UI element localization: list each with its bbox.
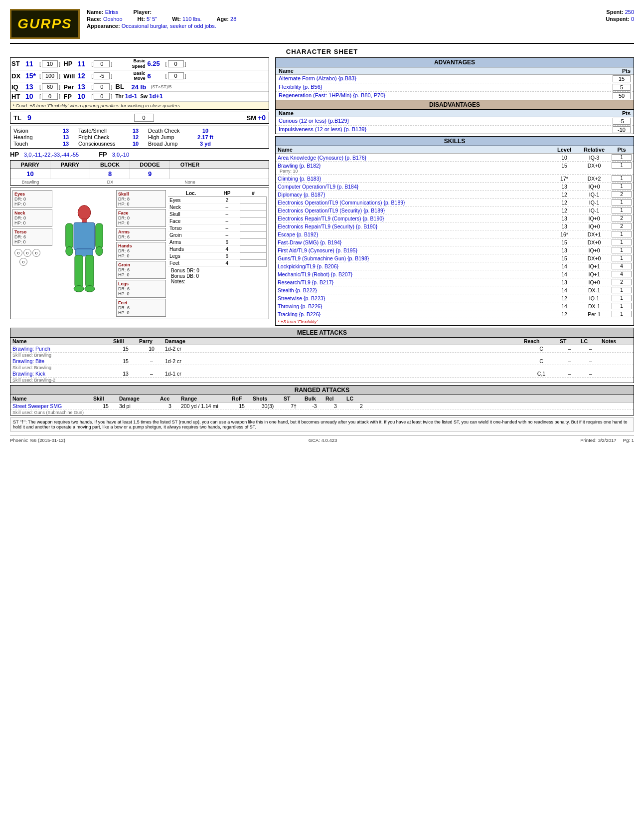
- name-field: Name: Elriss: [87, 9, 119, 15]
- skill-relative: DX+0: [577, 239, 612, 245]
- sm-value: +0: [258, 114, 266, 122]
- skill-row: Computer Operation/TL9 {p. B184}13IQ+01: [276, 183, 634, 191]
- fp-value: 10: [77, 92, 91, 100]
- touch-value: 13: [53, 141, 78, 147]
- iq-box[interactable]: 60: [42, 83, 58, 90]
- parry-sub: Brawling: [10, 179, 50, 185]
- tl-value: 9: [27, 114, 31, 122]
- race-label: Race:: [87, 16, 102, 22]
- hit-loc-row: Torso–: [168, 225, 267, 232]
- skill-row: Brawling {p. B182}15DX+01Parry: 10: [276, 162, 634, 175]
- hit-loc-name: Legs: [168, 253, 214, 260]
- basic-move-box[interactable]: 0: [168, 72, 184, 79]
- hit-loc-num: [240, 260, 267, 267]
- ranged-rof: 15: [232, 403, 252, 409]
- skill-relative: DX-1: [577, 287, 612, 293]
- melee-skill: 15: [113, 358, 138, 364]
- body-center: [54, 190, 114, 317]
- death-check-label: Death Check: [148, 128, 193, 134]
- fright-check-label: Fright Check: [78, 134, 123, 140]
- basic-speed-box[interactable]: 0: [168, 60, 184, 67]
- hp-box[interactable]: 0: [94, 60, 110, 67]
- hp-value: 11: [77, 60, 91, 68]
- skill-name: Electronics Operation/TL9 (Security) {p.…: [278, 208, 552, 213]
- fp-box[interactable]: 0: [94, 93, 110, 100]
- skill-name: Lockpicking/TL9 {p. B206}: [278, 263, 552, 269]
- hpfp-tracker: HP 3,0,-11,-22,-33,-44,-55 FP 3,0,-10: [10, 151, 269, 158]
- ranged-lc: 2: [346, 403, 376, 409]
- disadv-pts: -10: [613, 126, 631, 133]
- skill-row: Fast-Draw (SMG) {p. B194}15DX+01: [276, 238, 634, 246]
- melee-lc: –: [581, 371, 601, 377]
- melee-sub-skill: Skill used: Brawling: [10, 365, 634, 370]
- will-box[interactable]: -5: [94, 72, 110, 79]
- svg-point-6: [96, 247, 103, 256]
- adv-row: Flexibility {p. B56}5: [276, 83, 634, 92]
- melee-damage-header: Damage: [165, 338, 523, 344]
- dx-box[interactable]: 100: [42, 72, 58, 79]
- other-sub: None: [170, 179, 210, 185]
- other-value: [170, 169, 210, 179]
- ranged-sub-skill: Skill used: Guns (Submachine Gun): [10, 410, 634, 415]
- skill-name: Electronics Operation/TL9 (Communication…: [278, 200, 552, 206]
- parry2-sub: [50, 179, 90, 185]
- skill-level: 17*: [552, 176, 577, 182]
- skill-pts: 1: [612, 311, 632, 317]
- dx-value: 15*: [25, 72, 39, 80]
- per-box[interactable]: 0: [94, 83, 110, 90]
- skill-pts: 1: [612, 303, 632, 309]
- hit-loc-name: Hands: [168, 246, 214, 253]
- skill-row: First Aid/TL9 (Cynosure) {p. B195}13IQ+0…: [276, 246, 634, 254]
- skill-name: Streetwise {p. B223}: [278, 295, 552, 301]
- melee-st: –: [560, 371, 580, 377]
- adv-name: Regeneration (Fast: 1HP/Min) {p. B80, P7…: [279, 92, 613, 99]
- num-col-header: #: [240, 190, 267, 197]
- hit-loc-name: Eyes: [168, 197, 214, 204]
- hp-tracker-label: HP: [10, 151, 19, 158]
- melee-damage: 1d-2 cr: [165, 358, 523, 364]
- footer-center: GCA: 4.0.423: [309, 437, 337, 443]
- fp-label: FP: [63, 93, 77, 100]
- hit-loc-num: [240, 225, 267, 232]
- skill-row: Area Knowledge (Cynosure) {p. B176}10IQ-…: [276, 154, 634, 162]
- ranged-damage-header: Damage: [119, 396, 159, 402]
- iq-label: IQ: [11, 83, 25, 91]
- skills-title: SKILLS: [276, 137, 634, 146]
- hit-loc-hp: –: [214, 218, 240, 225]
- skill-pts: 1: [612, 247, 632, 253]
- spent-field: Spent: 250: [606, 9, 634, 15]
- st-box[interactable]: 10: [42, 60, 58, 67]
- st-value: 11: [25, 60, 39, 68]
- ranged-lc-header: LC: [346, 396, 376, 402]
- melee-subheader: Name Skill Parry Damage Reach ST LC Note…: [10, 338, 634, 345]
- melee-reach: C: [524, 346, 559, 352]
- skill-name: Fast-Draw (SMG) {p. B194}: [278, 239, 552, 245]
- skill-name: Electronics Repair/TL9 (Computers) {p. B…: [278, 215, 552, 221]
- melee-lc-header: LC: [581, 338, 601, 344]
- hit-loc-table: Loc. HP # Eyes2Neck–Skull–Face–Torso–Gro…: [168, 190, 267, 267]
- hit-loc-row: Hands4: [168, 246, 267, 253]
- melee-reach: C,1: [524, 371, 559, 377]
- melee-row: Brawling: Punch15101d-2 crC––: [10, 345, 634, 353]
- bonus-db-label: Bonus DB:: [171, 273, 195, 279]
- senses-block: Vision 13 Taste/Smell 13 Death Check 10 …: [10, 126, 269, 149]
- adv-row: Regeneration (Fast: 1HP/Min) {p. B80, P7…: [276, 92, 634, 100]
- adv-pts: 50: [613, 92, 631, 99]
- skill-row: Throwing {p. B226}14DX-11: [276, 302, 634, 310]
- combat-values: 10 8 9: [10, 169, 269, 179]
- consciousness-label: Consciousness: [78, 141, 123, 147]
- disadv-name-header: Name: [279, 110, 294, 116]
- skill-relative: IQ-1: [577, 192, 612, 198]
- tl-bracket[interactable]: 0: [134, 114, 154, 122]
- hit-loc-name: Neck: [168, 204, 214, 211]
- svg-rect-2: [74, 222, 95, 250]
- loc-col-header: Loc.: [168, 190, 214, 197]
- skill-row: Diplomacy {p. B187}12IQ-12: [276, 191, 634, 199]
- ht-box[interactable]: 0: [42, 93, 58, 100]
- hit-loc-row: Feet4: [168, 260, 267, 267]
- unspent-label: Unspent:: [606, 16, 630, 22]
- hit-loc-num: [240, 211, 267, 218]
- skill-relative: IQ+0: [577, 215, 612, 221]
- skill-level: 12: [552, 295, 577, 301]
- advantages-subheader: Name Pts: [276, 67, 634, 75]
